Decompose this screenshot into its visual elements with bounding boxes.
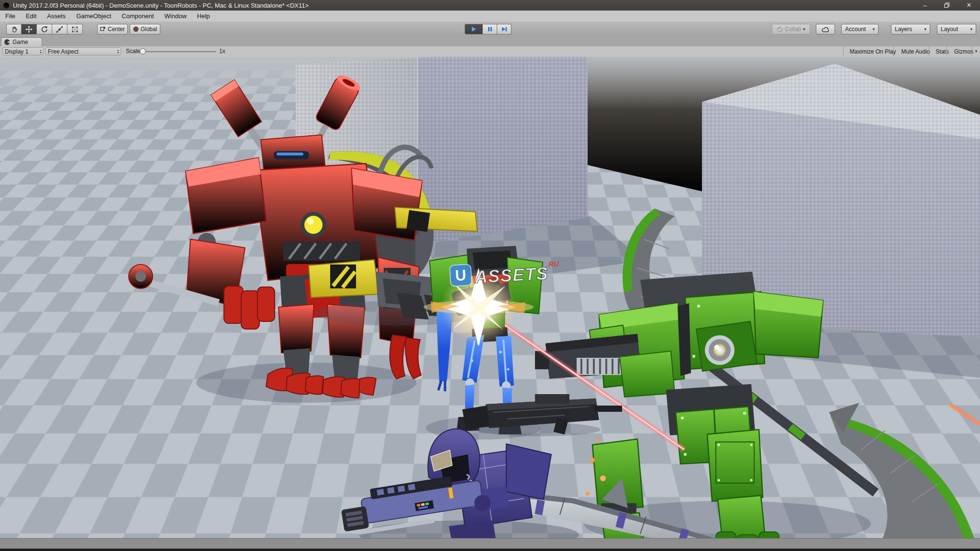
- tab-bar: Game: [0, 37, 980, 47]
- scale-tool-button[interactable]: [52, 24, 67, 34]
- menu-file[interactable]: File: [0, 11, 21, 22]
- minimize-button[interactable]: –: [914, 0, 936, 11]
- layers-dropdown[interactable]: Layers▾: [891, 24, 930, 34]
- dropdown-arrow-icon: ▾: [970, 27, 972, 32]
- rotate-icon: [41, 26, 48, 33]
- collab-check-icon: [777, 26, 783, 33]
- black-rifle-on-ground: [462, 394, 622, 436]
- pivot-global-button[interactable]: Global: [130, 24, 160, 34]
- status-bar: [0, 538, 980, 549]
- window-title: Unity 2017.2.0f3 Personal (64bit) - Demo…: [13, 2, 309, 9]
- move-icon: [25, 26, 33, 33]
- scale-icon: [56, 26, 63, 33]
- scale-value: 1x: [219, 48, 225, 55]
- globe-icon: [133, 26, 139, 32]
- gizmos-arrow[interactable]: ▾: [972, 46, 980, 56]
- scale-slider-handle[interactable]: [140, 48, 146, 55]
- layout-dropdown[interactable]: Layout▾: [937, 24, 976, 34]
- watermark-name: ASSETS: [474, 264, 549, 287]
- tab-game[interactable]: Game: [1, 37, 42, 46]
- cloud-button[interactable]: [816, 24, 835, 34]
- menu-edit[interactable]: Edit: [21, 11, 42, 22]
- menu-bar: File Edit Assets GameObject Component Wi…: [0, 11, 980, 22]
- aspect-dropdown[interactable]: Free Aspect▴▾: [45, 47, 121, 55]
- step-button[interactable]: [497, 24, 512, 34]
- toolbar: Center Global Collab▾ Account▾ Layers▾ L…: [0, 22, 980, 38]
- cloud-icon: [822, 26, 830, 33]
- play-icon: [470, 26, 478, 33]
- title-bar: Unity 2017.2.0f3 Personal (64bit) - Demo…: [0, 0, 980, 11]
- playmode-controls: [465, 24, 512, 34]
- pivot-icon: [100, 26, 106, 32]
- dropdown-arrow-icon: ▾: [803, 27, 805, 32]
- unity-logo-icon: [3, 2, 10, 9]
- menu-component[interactable]: Component: [116, 11, 159, 22]
- display-dropdown[interactable]: Display 1▴▾: [2, 47, 44, 55]
- watermark-domain: .RU: [546, 260, 559, 268]
- hand-tool-button[interactable]: [6, 24, 22, 34]
- game-viewport[interactable]: U ASSETS .RU: [0, 57, 980, 538]
- menu-window[interactable]: Window: [159, 11, 192, 22]
- dropdown-arrows-icon: ▴▾: [117, 49, 119, 54]
- pause-button[interactable]: [483, 24, 497, 34]
- account-dropdown[interactable]: Account▾: [841, 24, 879, 34]
- transform-tools: [6, 24, 83, 34]
- rect-tool-icon: [71, 26, 78, 33]
- menu-gameobject[interactable]: GameObject: [71, 11, 116, 22]
- menu-help[interactable]: Help: [192, 11, 215, 22]
- restore-button[interactable]: [936, 0, 958, 11]
- game-toolbar: Display 1▴▾ Free Aspect▴▾ Scale 1x Maxim…: [0, 46, 980, 57]
- pivot-center-button[interactable]: Center: [97, 24, 128, 34]
- move-tool-button[interactable]: [22, 24, 37, 34]
- collab-button[interactable]: Collab▾: [772, 24, 810, 34]
- scale-label: Scale: [126, 48, 140, 55]
- dropdown-arrow-icon: ▾: [924, 27, 926, 32]
- step-icon: [501, 26, 507, 32]
- watermark-badge-letter: U: [455, 266, 467, 284]
- play-button[interactable]: [465, 24, 483, 34]
- game-view-icon: [4, 39, 10, 45]
- menu-assets[interactable]: Assets: [42, 11, 71, 22]
- close-button[interactable]: ×: [958, 0, 980, 11]
- dropdown-arrow-icon: ▾: [872, 27, 875, 32]
- rotate-tool-button[interactable]: [37, 24, 52, 34]
- taskbar-edge: [0, 549, 980, 551]
- hand-icon: [11, 26, 18, 33]
- rect-tool-button[interactable]: [67, 24, 83, 34]
- scale-slider-track[interactable]: [142, 51, 216, 52]
- game-scene: U ASSETS .RU: [0, 57, 980, 538]
- dropdown-arrows-icon: ▴▾: [40, 49, 41, 54]
- pause-icon: [487, 26, 493, 32]
